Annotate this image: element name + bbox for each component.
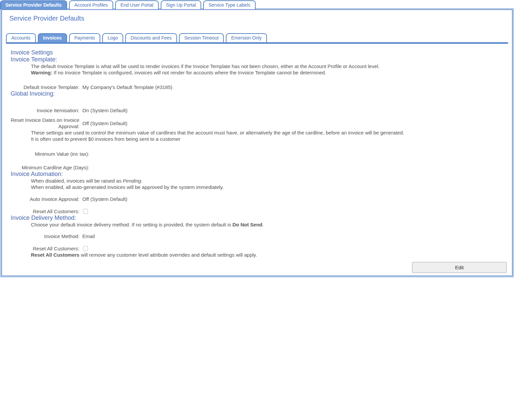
top-tab-sign-up-portal[interactable]: Sign Up Portal xyxy=(161,0,201,9)
reset-all-customers-note: Reset All Customers will remove any cust… xyxy=(31,252,507,258)
minimum-cardline-age-row: Minimum Cardline Age (Days): xyxy=(7,164,507,171)
invoice-settings-panel: Invoice Settings Invoice Template: The d… xyxy=(6,49,508,273)
automation-reset-all-customers-row: Reset All Customers: xyxy=(7,208,507,214)
delivery-reset-all-customers-label: Reset All Customers: xyxy=(7,245,79,252)
invoice-itemisation-value: On (System Default) xyxy=(82,107,128,114)
invoice-settings-heading: Invoice Settings xyxy=(11,49,507,56)
top-tab-end-user-portal[interactable]: End User Portal xyxy=(115,0,159,9)
top-tab-bar: Service Provider Defaults Account Profil… xyxy=(0,0,514,9)
invoice-itemisation-row: Invoice Itemisation: On (System Default) xyxy=(7,107,507,114)
global-invoicing-heading: Global Invoicing: xyxy=(11,90,507,97)
minimum-value-label: Minimum Value (inc tax): xyxy=(7,151,89,157)
invoice-template-description: The default Invoice Template is what wil… xyxy=(31,63,507,69)
automation-enabled-description: When enabled, all auto-generated invoice… xyxy=(31,184,507,190)
auto-invoice-approval-value: Off (System Default) xyxy=(82,196,128,202)
minimum-value-row: Minimum Value (inc tax): xyxy=(7,151,507,157)
zero-invoice-description: It is often used to prevent $0 invoices … xyxy=(31,136,507,142)
minimum-cardline-age-label: Minimum Cardline Age (Days): xyxy=(7,164,89,171)
delivery-desc-suffix: . xyxy=(262,222,264,227)
auto-invoice-approval-row: Auto Invoice Approval: Off (System Defau… xyxy=(7,196,507,202)
automation-reset-all-customers-checkbox[interactable] xyxy=(83,209,88,214)
delivery-reset-all-customers-row: Reset All Customers: xyxy=(7,245,507,252)
default-invoice-template-value: My Company's Default Template (#3185) xyxy=(82,84,172,90)
invoice-automation-heading: Invoice Automation: xyxy=(11,171,507,178)
auto-invoice-approval-label: Auto Invoice Approval: xyxy=(7,196,79,202)
cardline-settings-description: These settings are used to control the m… xyxy=(31,129,507,136)
reset-invoice-dates-value: Off (System Default) xyxy=(82,120,128,126)
invoice-itemisation-label: Invoice Itemisation: xyxy=(7,107,79,114)
warning-text: If no Invoice Template is configured, in… xyxy=(52,70,326,75)
top-tab-service-provider-defaults[interactable]: Service Provider Defaults xyxy=(0,0,67,9)
invoice-method-row: Invoice Method: Email xyxy=(7,233,507,239)
reset-invoice-dates-label: Reset Invoice Dates on Invoice Approval: xyxy=(7,117,79,129)
default-invoice-template-row: Default Invoice Template: My Company's D… xyxy=(7,84,507,90)
invoice-template-warning: Warning: If no Invoice Template is confi… xyxy=(31,69,507,76)
default-invoice-template-label: Default Invoice Template: xyxy=(7,84,79,90)
invoice-template-heading: Invoice Template: xyxy=(11,56,507,63)
top-tab-service-type-labels[interactable]: Service Type Labels xyxy=(203,0,256,9)
sub-tab-session-timeout[interactable]: Session Timeout xyxy=(179,33,224,42)
main-panel: Service Provider Defaults Accounts Invoi… xyxy=(1,9,513,276)
edit-button[interactable]: Edit xyxy=(412,262,507,273)
sub-tab-logo[interactable]: Logo xyxy=(102,33,123,42)
note-bold-text: Reset All Customers xyxy=(31,252,79,258)
automation-disabled-description: When disabled, invoices will be raised a… xyxy=(31,178,507,184)
sub-tab-invoices[interactable]: Invoices xyxy=(38,33,67,42)
pending-status-text: Pending xyxy=(123,178,141,184)
sub-tab-payments[interactable]: Payments xyxy=(69,33,100,42)
delivery-method-description: Choose your default invoice delivery met… xyxy=(31,221,507,228)
do-not-send-text: Do Not Send xyxy=(232,222,262,227)
delivery-reset-all-customers-checkbox[interactable] xyxy=(83,246,88,251)
note-text: will remove any customer level attribute… xyxy=(79,252,257,258)
sub-tab-accounts[interactable]: Accounts xyxy=(6,33,36,42)
invoice-delivery-method-heading: Invoice Delivery Method: xyxy=(11,214,507,221)
sub-tab-emersion-only[interactable]: Emersion Only xyxy=(226,33,267,42)
sub-tab-bar: Accounts Invoices Payments Logo Discount… xyxy=(6,33,508,44)
delivery-desc-prefix: Choose your default invoice delivery met… xyxy=(31,222,232,227)
page-title: Service Provider Defaults xyxy=(9,15,508,22)
top-tab-account-profiles[interactable]: Account Profiles xyxy=(69,0,113,9)
invoice-method-value: Email xyxy=(82,233,95,239)
sub-tab-discounts-and-fees[interactable]: Discounts and Fees xyxy=(125,33,177,42)
automation-line1-suffix: . xyxy=(141,178,142,184)
automation-reset-all-customers-label: Reset All Customers: xyxy=(7,208,79,214)
invoice-method-label: Invoice Method: xyxy=(7,233,79,239)
edit-button-row: Edit xyxy=(7,262,507,273)
warning-label: Warning: xyxy=(31,70,52,75)
automation-line1-prefix: When disabled, invoices will be raised a… xyxy=(31,178,123,184)
reset-invoice-dates-row: Reset Invoice Dates on Invoice Approval:… xyxy=(7,117,507,129)
